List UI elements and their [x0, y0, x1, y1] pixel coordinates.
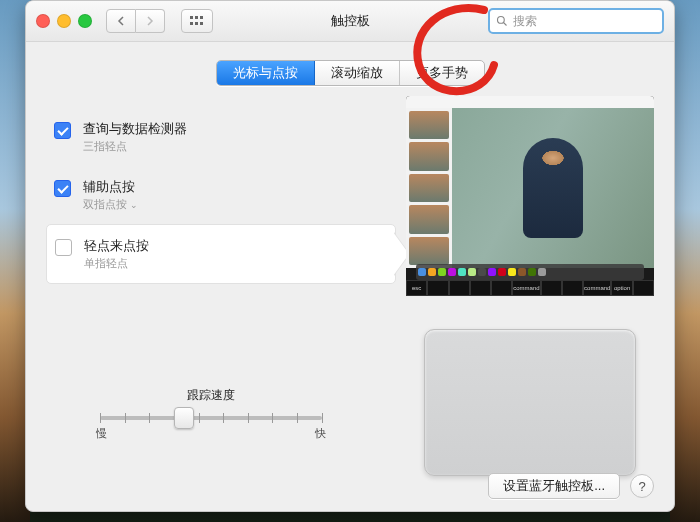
minimize-icon[interactable] [57, 14, 71, 28]
option-lookup[interactable]: 查询与数据检测器 三指轻点 [46, 108, 396, 166]
preview-photo [452, 108, 654, 268]
close-icon[interactable] [36, 14, 50, 28]
svg-rect-3 [190, 22, 193, 25]
checkbox-tap[interactable] [55, 239, 72, 256]
option-title: 查询与数据检测器 [83, 120, 187, 138]
back-button[interactable] [106, 9, 136, 33]
svg-line-7 [504, 23, 507, 26]
slider-label: 跟踪速度 [96, 387, 326, 404]
tab-more-gestures[interactable]: 更多手势 [400, 61, 484, 85]
checkbox-secondary[interactable] [54, 180, 71, 197]
option-subtitle: 单指轻点 [84, 256, 149, 271]
option-secondary-click[interactable]: 辅助点按 双指点按 ⌄ [46, 166, 396, 224]
search-icon [496, 15, 508, 27]
svg-rect-2 [200, 16, 203, 19]
footer: 设置蓝牙触控板... ? [488, 473, 654, 499]
preview-pane: esccommandcommandoption [396, 96, 654, 497]
option-title: 轻点来点按 [84, 237, 149, 255]
option-title: 辅助点按 [83, 178, 138, 196]
titlebar: 触控板 搜索 [26, 1, 674, 42]
maximize-icon[interactable] [78, 14, 92, 28]
nav-buttons [100, 9, 165, 33]
chevron-right-icon [146, 16, 154, 26]
bluetooth-trackpad-button[interactable]: 设置蓝牙触控板... [488, 473, 620, 499]
tab-scroll-zoom[interactable]: 滚动缩放 [315, 61, 400, 85]
preview-app-window [406, 108, 654, 268]
tracking-speed-control: 跟踪速度 慢 快 [96, 387, 326, 441]
preview-thumbnail-strip [406, 108, 452, 268]
slider-fast-label: 快 [315, 426, 326, 441]
svg-rect-4 [195, 22, 198, 25]
preview-menubar [406, 96, 654, 108]
chevron-down-icon: ⌄ [130, 200, 138, 210]
preview-dock [416, 264, 644, 280]
show-all-button[interactable] [181, 9, 213, 33]
option-tap-to-click[interactable]: 轻点来点按 单指轻点 [46, 224, 396, 284]
preview-trackpad-area [406, 308, 654, 497]
option-subtitle-dropdown[interactable]: 双指点按 ⌄ [83, 197, 138, 212]
svg-rect-1 [195, 16, 198, 19]
grid-icon [190, 16, 204, 26]
tab-segmented-control: 光标与点按 滚动缩放 更多手势 [216, 60, 485, 86]
checkbox-lookup[interactable] [54, 122, 71, 139]
window-body: 光标与点按 滚动缩放 更多手势 查询与数据检测器 三指轻点 辅助点按 [26, 42, 674, 511]
svg-point-6 [498, 17, 505, 24]
help-button[interactable]: ? [630, 474, 654, 498]
slider-knob[interactable] [174, 407, 194, 429]
svg-rect-0 [190, 16, 193, 19]
preview-screen: esccommandcommandoption [406, 96, 654, 296]
tracking-speed-slider[interactable] [100, 416, 322, 420]
preview-touchbar: esccommandcommandoption [406, 280, 654, 296]
chevron-left-icon [117, 16, 125, 26]
preferences-window: 触控板 搜索 光标与点按 滚动缩放 更多手势 查询与数据检测器 三指轻点 [25, 0, 675, 512]
option-subtitle: 三指轻点 [83, 139, 187, 154]
tab-point-click[interactable]: 光标与点按 [217, 61, 315, 85]
slider-slow-label: 慢 [96, 426, 107, 441]
search-input[interactable]: 搜索 [488, 8, 664, 34]
forward-button[interactable] [136, 9, 165, 33]
traffic-lights [36, 14, 92, 28]
search-placeholder: 搜索 [513, 13, 537, 30]
preview-trackpad [424, 329, 636, 476]
svg-rect-5 [200, 22, 203, 25]
